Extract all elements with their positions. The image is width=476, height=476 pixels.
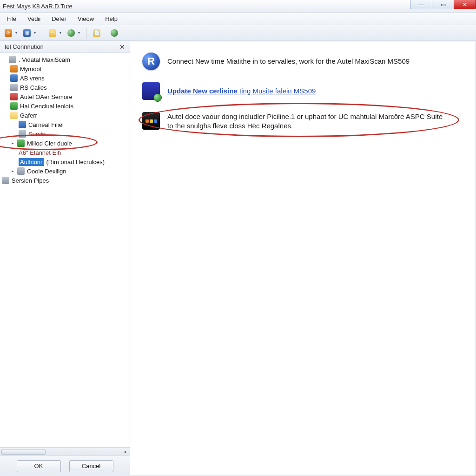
toolbar-separator <box>42 28 42 38</box>
tree-item-selected[interactable]: Authionr (Rim onad Hecrulces) <box>19 157 130 166</box>
panel-close-button[interactable]: ✕ <box>118 43 127 51</box>
main-row-update[interactable]: Update New cerlisine ting Musite falein … <box>142 82 463 100</box>
info-text: Autel doce vaour dong includler Piciline… <box>167 112 446 131</box>
toolbar-refresh-button[interactable]: ⟳ ▾ <box>3 27 14 39</box>
maximize-button[interactable]: ▭ <box>432 0 454 9</box>
tree-label: Millod Cler duole <box>27 140 72 147</box>
toolbar-workspace-button[interactable]: ▦ ▾ <box>21 27 33 39</box>
tree-label: Gaferr <box>20 112 37 119</box>
tree-item[interactable]: AB vrens <box>10 73 130 83</box>
client-area: tel Connnution ✕ . Vidatal MaxiScam Mymo… <box>0 41 476 476</box>
window-title: Fest Mays K8 AaR.D.Tute <box>3 3 73 10</box>
tree-label: Sursirt <box>28 131 46 138</box>
tree-label: Serslen Plpes <box>12 177 49 184</box>
item-icon <box>10 93 18 100</box>
update-icon <box>142 82 160 100</box>
chevron-down-icon[interactable]: ▾ <box>33 27 37 39</box>
tree-item[interactable]: Mymoot <box>10 64 130 73</box>
minimize-button[interactable]: — <box>410 0 432 9</box>
main-row-info: Autel doce vaour dong includler Piciline… <box>142 112 463 131</box>
panel-title: tel Connnution <box>5 43 44 50</box>
toolbar-folder-button[interactable]: 🗀 ▾ <box>47 27 58 39</box>
titlebar: Fest Mays K8 AaR.D.Tute — ▭ ✕ <box>0 0 476 13</box>
device-icon <box>9 56 16 63</box>
left-panel: tel Connnution ✕ . Vidatal MaxiScam Mymo… <box>0 41 130 476</box>
tree-item[interactable]: Sursirt <box>19 129 130 139</box>
folder-open-icon <box>10 112 18 119</box>
tree-label: Carneal Filiel <box>28 121 64 128</box>
r-letter: R <box>147 55 155 67</box>
folder-icon: 🗀 <box>49 29 56 37</box>
tree-item[interactable]: Serslen Plpes <box>2 176 130 185</box>
item-icon <box>19 130 26 138</box>
tree-item[interactable]: A6" Etannet Eih <box>19 148 130 157</box>
info-icon <box>142 112 160 130</box>
toolbar: ⟳ ▾ ▦ ▾ 🗀 ▾ ▾ 📄 <box>0 25 476 41</box>
tree-label: RS Calies <box>20 84 47 91</box>
item-icon <box>17 167 25 175</box>
tree-label: Ooole Dexilign <box>27 168 66 175</box>
tree-label: Autel OAer Semore <box>20 93 73 100</box>
register-icon: R <box>142 53 160 70</box>
tree-folder[interactable]: Gaferr <box>10 111 130 120</box>
tree-label: (Rim onad Hecrulces) <box>46 159 105 165</box>
tree-view[interactable]: . Vidatal MaxiScam Mymoot AB vrens RS Ca… <box>0 53 130 447</box>
item-icon <box>10 84 18 91</box>
tree-label-selected: Authionr <box>19 158 44 166</box>
note-icon: 📄 <box>93 29 100 37</box>
scrollbar-right-arrow[interactable]: ▸ <box>121 449 130 454</box>
menu-file[interactable]: File <box>2 14 21 24</box>
tree-label: AB vrens <box>20 75 45 82</box>
menubar: File Vedii Defer Vieow Help <box>0 13 476 25</box>
item-icon <box>17 139 25 147</box>
tree-item-highlighted[interactable]: ▸ Millod Cler duole <box>10 139 130 148</box>
tree-item[interactable]: Hai Cenclual lenlots <box>10 101 130 111</box>
tree-label: A6" Etannet Eih <box>19 149 61 156</box>
toolbar-separator <box>86 28 86 38</box>
scrollbar-thumb[interactable] <box>1 449 46 455</box>
tree-item[interactable]: Autel OAer Semore <box>10 92 130 101</box>
toolbar-note-button[interactable]: 📄 <box>91 27 102 39</box>
toolbar-world-button[interactable] <box>109 27 120 39</box>
workspace-icon: ▦ <box>23 29 31 37</box>
panel-header: tel Connnution ✕ <box>0 41 130 53</box>
globe-icon <box>67 29 75 37</box>
tree-label: Mymoot <box>20 66 41 73</box>
tree-item[interactable]: RS Calies <box>10 83 130 92</box>
close-button[interactable]: ✕ <box>454 0 476 9</box>
panel-hscrollbar[interactable]: ▸ <box>0 447 130 456</box>
item-icon <box>2 177 9 184</box>
item-icon <box>10 102 18 110</box>
connect-text: Connect New time Miatithe in to servalle… <box>167 57 410 66</box>
main-content: R Connect New time Miatithe in to serval… <box>130 41 476 476</box>
chevron-down-icon[interactable]: ▾ <box>77 27 81 39</box>
tree-label: . Vidatal MaxiScam <box>19 56 70 63</box>
tree-label: Hai Cenclual lenlots <box>20 103 73 110</box>
refresh-icon: ⟳ <box>5 29 12 37</box>
item-icon <box>10 74 18 82</box>
expander-icon[interactable]: ▸ <box>10 169 15 173</box>
chevron-down-icon[interactable]: ▾ <box>14 27 19 39</box>
update-link-rest[interactable]: ting Musite falein MS509 <box>238 87 316 95</box>
main-row-connect: R Connect New time Miatithe in to serval… <box>142 53 463 70</box>
item-icon <box>10 65 18 73</box>
update-text: Update New cerlisine ting Musite falein … <box>167 86 316 96</box>
menu-vieow[interactable]: Vieow <box>73 14 99 24</box>
panel-button-row: OK Cancel <box>0 456 130 476</box>
ok-button[interactable]: OK <box>17 460 61 472</box>
tree-root[interactable]: . Vidatal MaxiScam <box>2 55 130 64</box>
toolbar-globe-button[interactable]: ▾ <box>66 27 77 39</box>
expander-icon[interactable]: ▸ <box>10 141 15 145</box>
menu-vedii[interactable]: Vedii <box>23 14 45 24</box>
window-controls: — ▭ ✕ <box>410 0 476 10</box>
update-link[interactable]: Update New cerlisine <box>167 87 238 95</box>
tree-item[interactable]: Carneal Filiel <box>19 120 130 129</box>
globe-icon <box>111 29 118 37</box>
tree-item[interactable]: ▸ Ooole Dexilign <box>10 166 130 176</box>
item-icon <box>19 121 26 128</box>
chevron-down-icon[interactable]: ▾ <box>58 27 63 39</box>
menu-help[interactable]: Help <box>100 14 122 24</box>
menu-defer[interactable]: Defer <box>47 14 71 24</box>
cancel-button[interactable]: Cancel <box>69 460 113 472</box>
